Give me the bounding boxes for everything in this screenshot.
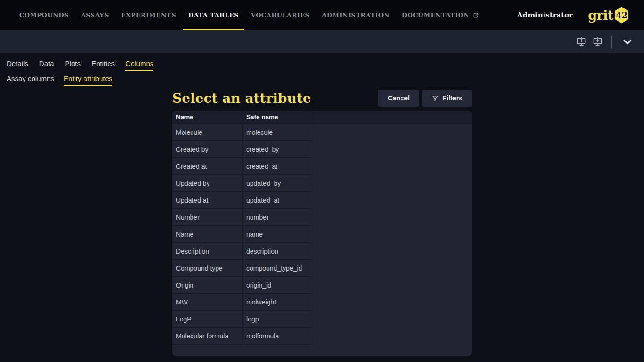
table-grid: Molecule molecule Created by created_by … <box>172 124 313 356</box>
table-row[interactable]: Molecular formula molformula <box>172 328 313 345</box>
cell-name: Description <box>172 243 243 259</box>
nav-item-compounds[interactable]: COMPOUNDS <box>19 0 69 30</box>
nav-item-vocabularies[interactable]: VOCABULARIES <box>251 0 309 30</box>
table-row[interactable]: MW molweight <box>172 294 313 311</box>
cell-safe-name: compound_type_id <box>243 260 313 276</box>
screen-share-button[interactable] <box>576 36 587 47</box>
cell-name: Compound type <box>172 260 243 276</box>
cell-safe-name: created_at <box>243 158 313 174</box>
top-nav: COMPOUNDS ASSAYS EXPERIMENTS DATA TABLES… <box>0 0 644 30</box>
main-content: Select an attribute Cancel Filters Name … <box>172 90 472 356</box>
cell-safe-name: updated_at <box>243 192 313 208</box>
cell-name: Molecule <box>172 124 243 140</box>
nav-item-documentation[interactable]: DOCUMENTATION <box>402 0 479 30</box>
tab-entities[interactable]: Entities <box>92 59 115 71</box>
cell-name: Updated at <box>172 192 243 208</box>
screen-share-icon <box>576 36 587 47</box>
cell-name: Origin <box>172 277 243 293</box>
user-menu[interactable]: Administrator <box>517 11 573 19</box>
secondary-tabs: Assay columns Entity attributes <box>7 74 644 86</box>
table-row[interactable]: Origin origin_id <box>172 277 313 294</box>
cell-name: Molecular formula <box>172 328 243 344</box>
column-header-name[interactable]: Name <box>172 111 243 123</box>
header-buttons: Cancel Filters <box>378 90 472 107</box>
cell-name: Name <box>172 226 243 242</box>
cell-name: LogP <box>172 311 243 327</box>
cell-safe-name: molformula <box>243 328 313 344</box>
table-body: Molecule molecule Created by created_by … <box>172 124 472 356</box>
tab-columns[interactable]: Columns <box>125 59 153 71</box>
tabs-area: Details Data Plots Entities Columns Assa… <box>0 53 644 86</box>
content-header: Select an attribute Cancel Filters <box>172 90 472 107</box>
table-row[interactable]: Molecule molecule <box>172 124 313 141</box>
cell-safe-name: created_by <box>243 141 313 157</box>
primary-tabs: Details Data Plots Entities Columns <box>7 59 644 71</box>
toolbar-divider <box>611 36 612 48</box>
cell-safe-name: origin_id <box>243 277 313 293</box>
nav-item-administration[interactable]: ADMINISTRATION <box>322 0 390 30</box>
table-row[interactable]: Created by created_by <box>172 141 313 158</box>
cell-name: Updated by <box>172 175 243 191</box>
table-row[interactable]: Updated by updated_by <box>172 175 313 192</box>
cell-safe-name: updated_by <box>243 175 313 191</box>
toolbar <box>0 30 644 53</box>
cell-safe-name: name <box>243 226 313 242</box>
nav-item-label: DOCUMENTATION <box>402 12 469 19</box>
filters-button-label: Filters <box>443 94 462 102</box>
cell-safe-name: logp <box>243 311 313 327</box>
table-header-row: Name Safe name <box>172 111 472 124</box>
cell-name: Created at <box>172 158 243 174</box>
tab-entity-attributes[interactable]: Entity attributes <box>64 74 112 86</box>
tab-data[interactable]: Data <box>39 59 54 71</box>
logo-text: grit <box>588 8 613 23</box>
nav-item-data-tables[interactable]: DATA TABLES <box>188 0 239 30</box>
nav-item-assays[interactable]: ASSAYS <box>81 0 109 30</box>
main-menu: COMPOUNDS ASSAYS EXPERIMENTS DATA TABLES… <box>19 0 479 30</box>
tab-assay-columns[interactable]: Assay columns <box>7 74 54 86</box>
filters-button[interactable]: Filters <box>422 90 472 107</box>
nav-right: Administrator grit 42 <box>517 0 629 30</box>
cell-safe-name: number <box>243 209 313 225</box>
cell-name: Created by <box>172 141 243 157</box>
cell-safe-name: description <box>243 243 313 259</box>
table-row[interactable]: Compound type compound_type_id <box>172 260 313 277</box>
cancel-button[interactable]: Cancel <box>378 90 419 107</box>
cell-safe-name: molweight <box>243 294 313 310</box>
table-row[interactable]: Number number <box>172 209 313 226</box>
screen-receive-button[interactable] <box>592 36 603 47</box>
table-row[interactable]: Updated at updated_at <box>172 192 313 209</box>
cell-name: Number <box>172 209 243 225</box>
screen-receive-icon <box>592 36 603 47</box>
page-title: Select an attribute <box>172 90 311 106</box>
tab-details[interactable]: Details <box>7 59 28 71</box>
cell-safe-name: molecule <box>243 124 313 140</box>
nav-item-experiments[interactable]: EXPERIMENTS <box>121 0 176 30</box>
table-row[interactable]: LogP logp <box>172 311 313 328</box>
collapse-panel-button[interactable] <box>620 35 635 49</box>
table-row[interactable]: Created at created_at <box>172 158 313 175</box>
cell-name: MW <box>172 294 243 310</box>
grit42-logo[interactable]: grit 42 <box>588 7 629 24</box>
column-header-safe-name[interactable]: Safe name <box>243 111 313 123</box>
table-row[interactable]: Description description <box>172 243 313 260</box>
table-row[interactable]: Name name <box>172 226 313 243</box>
attribute-table-panel: Name Safe name Molecule molecule Created… <box>172 111 472 356</box>
external-link-icon <box>473 12 479 18</box>
filter-funnel-icon <box>432 95 439 102</box>
logo-hexagon-badge: 42 <box>614 7 629 24</box>
tab-plots[interactable]: Plots <box>65 59 81 71</box>
chevron-down-icon <box>620 35 635 49</box>
